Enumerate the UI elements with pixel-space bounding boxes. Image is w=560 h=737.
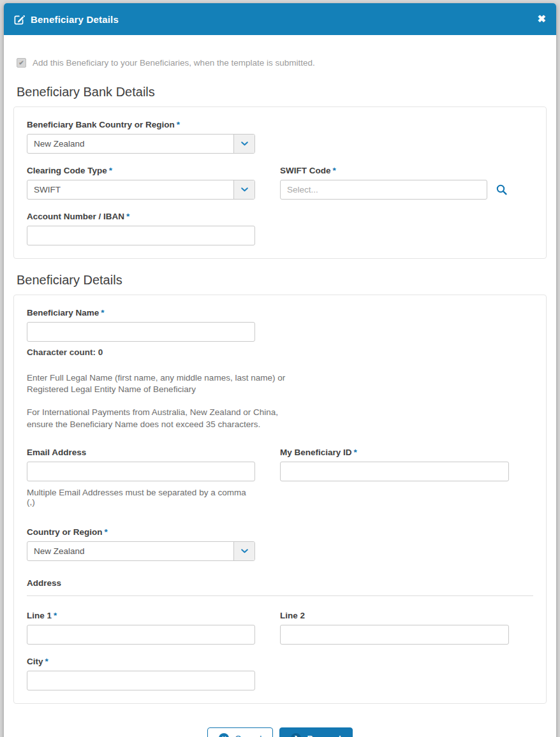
account-number-label: Account Number / IBAN* <box>27 212 533 221</box>
email-field-wrap: Email Address Multiple Email Addresses m… <box>27 448 255 516</box>
swift-code-input[interactable] <box>280 180 487 200</box>
beneficiary-name-label: Beneficiary Name* <box>27 308 533 317</box>
add-beneficiary-checkbox-label: Add this Beneficiary to your Beneficiari… <box>33 58 315 68</box>
help-text-char-limit: For International Payments from Australi… <box>27 407 304 430</box>
line2-field: Line 2 <box>280 611 509 645</box>
city-label: City* <box>27 657 533 666</box>
modal-body: ✔ Add this Beneficiary to your Beneficia… <box>4 58 556 704</box>
required-asterisk: * <box>177 120 180 129</box>
clearing-code-field: Clearing Code Type* SWIFT <box>27 166 255 200</box>
beneficiary-name-input[interactable] <box>27 322 255 342</box>
country-region-value: New Zealand <box>27 542 233 560</box>
line2-input[interactable] <box>280 625 509 645</box>
close-icon[interactable]: ✖ <box>538 14 546 24</box>
required-asterisk: * <box>109 166 112 175</box>
cancel-circle-x-icon: ✕ <box>219 733 229 737</box>
cancel-button-label: Cancel <box>235 734 262 737</box>
modal-footer: ✕ Cancel ❯ Proceed <box>4 704 556 737</box>
email-note: Multiple Email Addresses must be separat… <box>27 488 255 507</box>
required-asterisk: * <box>101 308 104 317</box>
beneficiary-id-input[interactable] <box>280 462 509 481</box>
bank-details-heading: Beneficiary Bank Details <box>17 85 547 99</box>
country-region-label: Country or Region* <box>27 527 533 537</box>
account-number-input[interactable] <box>27 226 255 245</box>
proceed-button[interactable]: ❯ Proceed <box>279 727 352 737</box>
account-number-field: Account Number / IBAN* <box>27 212 533 245</box>
modal-title: Beneficiary Details <box>31 14 119 25</box>
bank-country-label: Beneficiary Bank Country or Region* <box>27 120 533 129</box>
line1-input[interactable] <box>27 625 255 645</box>
required-asterisk: * <box>333 166 336 175</box>
beneficiary-name-help: Enter Full Legal Name (first name, any m… <box>27 372 533 430</box>
country-region-select[interactable]: New Zealand <box>27 541 255 561</box>
beneficiary-details-panel: Beneficiary Name* Character count: 0 Ent… <box>13 295 547 704</box>
address-divider <box>27 595 533 596</box>
city-input[interactable] <box>27 671 255 690</box>
character-count: Character count: 0 <box>27 347 533 357</box>
required-asterisk: * <box>126 212 129 221</box>
beneficiary-details-modal: Beneficiary Details ✖ ✔ Add this Benefic… <box>4 3 556 737</box>
bank-country-select[interactable]: New Zealand <box>27 134 255 154</box>
clearing-code-value: SWIFT <box>27 180 233 199</box>
chevron-down-icon[interactable] <box>233 180 254 199</box>
clearing-code-label: Clearing Code Type* <box>27 166 255 175</box>
cancel-button[interactable]: ✕ Cancel <box>207 727 273 737</box>
line1-field: Line 1* <box>27 611 255 645</box>
add-beneficiary-checkbox[interactable]: ✔ <box>17 58 26 68</box>
beneficiary-details-heading: Beneficiary Details <box>17 273 547 288</box>
beneficiary-id-label: My Beneficiary ID* <box>280 448 509 457</box>
email-label: Email Address <box>27 448 255 457</box>
proceed-arrow-icon: ❯ <box>291 733 301 737</box>
chevron-down-icon[interactable] <box>233 542 254 560</box>
line1-label: Line 1* <box>27 611 255 620</box>
swift-code-label: SWIFT Code* <box>280 166 509 175</box>
search-icon[interactable] <box>496 184 507 195</box>
bank-country-field: Beneficiary Bank Country or Region* New … <box>27 120 533 154</box>
edit-icon <box>14 14 25 25</box>
beneficiary-id-field: My Beneficiary ID* <box>280 448 509 481</box>
line2-label: Line 2 <box>280 611 509 620</box>
required-asterisk: * <box>54 611 57 620</box>
help-text-legal-name: Enter Full Legal Name (first name, any m… <box>27 372 304 395</box>
swift-code-field: SWIFT Code* <box>280 166 509 200</box>
bank-details-panel: Beneficiary Bank Country or Region* New … <box>13 106 547 259</box>
chevron-down-icon[interactable] <box>233 135 254 153</box>
beneficiary-name-field: Beneficiary Name* Character count: 0 <box>27 308 533 357</box>
add-beneficiary-checkbox-row: ✔ Add this Beneficiary to your Beneficia… <box>17 58 547 68</box>
proceed-button-label: Proceed <box>307 734 341 737</box>
bank-country-value: New Zealand <box>27 135 233 153</box>
required-asterisk: * <box>45 657 48 666</box>
address-heading: Address <box>27 578 533 588</box>
modal-header: Beneficiary Details ✖ <box>4 3 556 35</box>
required-asterisk: * <box>354 448 357 457</box>
email-input[interactable] <box>27 462 255 481</box>
city-field: City* <box>27 657 533 690</box>
required-asterisk: * <box>105 527 108 537</box>
clearing-code-select[interactable]: SWIFT <box>27 180 255 200</box>
country-region-field: Country or Region* New Zealand <box>27 527 533 561</box>
